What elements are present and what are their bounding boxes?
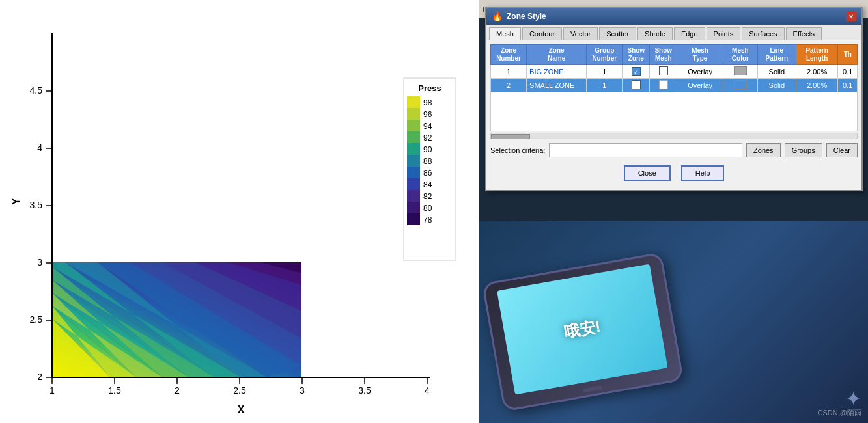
show-zone-checkbox[interactable] [632,80,641,89]
show-zone-cell[interactable] [623,79,650,92]
show-mesh-checkbox[interactable] [659,66,668,75]
close-button[interactable]: Close [624,165,671,181]
tab-contour[interactable]: Contour [522,27,562,40]
svg-rect-59 [407,96,420,108]
svg-text:1: 1 [49,385,55,396]
svg-text:2: 2 [175,385,180,396]
svg-text:92: 92 [423,133,432,143]
zone-name-cell: BIG ZONE [527,65,587,79]
show-mesh-checkbox[interactable] [659,80,668,89]
group-number-cell: 1 [587,79,623,92]
svg-rect-61 [407,120,420,131]
tab-mesh[interactable]: Mesh [489,27,521,40]
tablet-device: 哦安! [492,267,687,410]
table-header-row: ZoneNumber ZoneName GroupNumber ShowZone… [491,45,858,65]
svg-rect-66 [407,178,420,190]
thickness-cell: 0.1 [838,79,858,92]
svg-text:1.5: 1.5 [108,385,121,396]
tab-surfaces[interactable]: Surfaces [742,27,784,40]
color-swatch[interactable] [734,80,747,89]
svg-text:78: 78 [423,215,432,225]
svg-rect-68 [407,202,420,213]
svg-rect-60 [407,108,420,120]
zone-table-container: ZoneNumber ZoneName GroupNumber ShowZone… [490,44,858,131]
tab-edge[interactable]: Edge [674,27,705,40]
mesh-color-cell[interactable] [723,79,757,92]
col-show-mesh: ShowMesh [650,45,677,65]
zone-number-cell: 1 [491,65,527,79]
tab-vector[interactable]: Vector [563,27,598,40]
col-mesh-type: MeshType [677,45,723,65]
selection-criteria-input[interactable] [549,143,742,157]
group-number-cell: 1 [587,65,623,79]
dialog-footer: Close Help [490,160,858,186]
line-pattern-cell: Solid [757,79,796,92]
dialog-title: 🔥 Zone Style [492,11,546,21]
svg-rect-67 [407,190,420,202]
svg-rect-64 [407,155,420,167]
help-button[interactable]: Help [681,165,725,181]
tab-shade[interactable]: Shade [637,27,673,40]
watermark: CSDN @陌雨 [818,408,861,418]
mesh-color-cell[interactable] [723,65,757,79]
clear-button[interactable]: Clear [826,143,858,157]
tab-bar: Mesh Contour Vector Scatter Shade Edge P… [486,25,861,40]
col-pattern-length: PatternLength [796,45,838,65]
zone-table: ZoneNumber ZoneName GroupNumber ShowZone… [490,44,858,92]
dialog-body: ZoneNumber ZoneName GroupNumber ShowZone… [486,40,861,190]
svg-text:3.5: 3.5 [358,385,371,396]
zones-button[interactable]: Zones [746,143,781,157]
svg-text:84: 84 [423,180,432,189]
line-pattern-cell: Solid [757,65,796,79]
tab-points[interactable]: Points [707,27,741,40]
col-show-zone: ShowZone [623,45,650,65]
show-mesh-cell[interactable] [650,65,677,79]
groups-button[interactable]: Groups [785,143,822,157]
table-row: 1 BIG ZONE 1 ✓ Overlay [491,65,858,79]
svg-text:82: 82 [423,192,432,201]
mesh-type-cell: Overlay [677,79,723,92]
svg-text:86: 86 [423,169,432,178]
pattern-length-cell: 2.00% [796,79,838,92]
zone-number-cell: 2 [491,79,527,92]
svg-text:2: 2 [37,372,42,382]
contour-plot: 1 1.5 2 2.5 3 3.5 4 2 2.5 3 3.5 4 4.5 X … [0,0,479,423]
tablet-screen: 哦安! [497,264,668,395]
svg-text:94: 94 [423,122,432,131]
svg-text:4: 4 [425,385,430,396]
svg-text:X: X [238,404,245,415]
tab-effects[interactable]: Effects [786,27,822,40]
empty-table-area [490,92,858,131]
svg-rect-69 [407,213,420,225]
svg-text:88: 88 [423,157,432,166]
background-scene: 哦安! ✦ CSDN @陌雨 [479,221,868,423]
selection-criteria-label: Selection criteria: [490,146,545,154]
col-line-pattern: LinePattern [757,45,796,65]
show-mesh-cell[interactable] [650,79,677,92]
svg-text:98: 98 [423,98,432,107]
color-swatch[interactable] [734,66,747,75]
show-zone-cell[interactable]: ✓ [623,65,650,79]
col-zone-number: ZoneNumber [491,45,527,65]
right-panel: Tecplot 360 toolbar area 🔥 Zone Style ✕ … [479,0,868,423]
table-scrollbar[interactable] [490,133,858,139]
svg-text:3.5: 3.5 [30,200,43,210]
character-decoration: ✦ [845,387,861,410]
show-zone-checkbox[interactable]: ✓ [632,67,641,76]
home-button [583,385,603,392]
col-zone-name: ZoneName [527,45,587,65]
svg-text:96: 96 [423,110,432,119]
plot-area: 1 1.5 2 2.5 3 3.5 4 2 2.5 3 3.5 4 4.5 X … [0,0,479,423]
zone-style-dialog: 🔥 Zone Style ✕ Mesh Contour Vector Scatt… [485,7,863,191]
pattern-length-cell: 2.00% [796,65,838,79]
tab-scatter[interactable]: Scatter [599,27,636,40]
col-mesh-color: MeshColor [723,45,757,65]
zone-name-cell: SMALL ZONE [527,79,587,92]
close-icon[interactable]: ✕ [846,11,856,21]
svg-text:Y: Y [10,198,21,205]
svg-text:Press: Press [418,83,441,93]
svg-text:2.5: 2.5 [233,385,246,396]
svg-text:3: 3 [37,257,42,267]
table-row: 2 SMALL ZONE 1 Overlay [491,79,858,92]
scrollbar-thumb[interactable] [491,134,530,139]
